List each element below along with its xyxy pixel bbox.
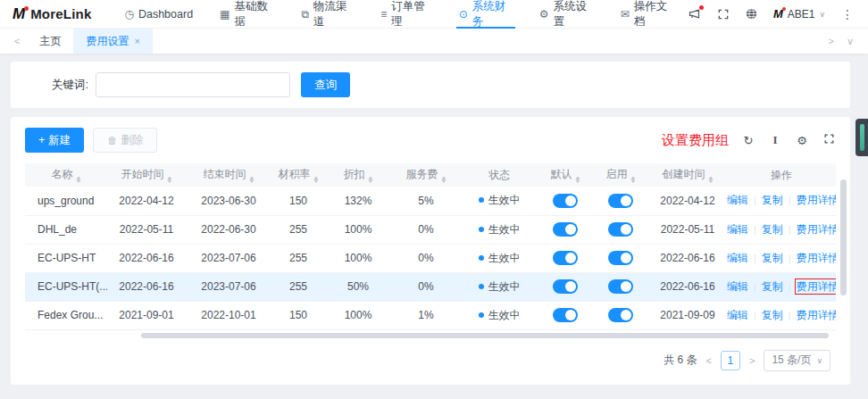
vertical-scrollbar-thumb[interactable] — [840, 179, 847, 295]
edit-link[interactable]: 编辑 — [727, 194, 748, 206]
new-button[interactable]: +新建 — [25, 128, 84, 153]
table-row[interactable]: Fedex Grou...2021-09-012022-10-01150100%… — [25, 301, 836, 329]
column-header: 操作 — [727, 163, 836, 187]
enable-toggle[interactable] — [608, 251, 633, 265]
table-row[interactable]: EC-UPS-HT(...2022-06-162023-07-0625550%0… — [25, 272, 836, 301]
column-settings-gear-icon[interactable]: ⚙ — [795, 134, 809, 147]
tab-fee-settings[interactable]: 费用设置 × — [73, 29, 152, 54]
chevron-down-icon: ∨ — [819, 10, 825, 19]
copy-link[interactable]: 复制 — [762, 280, 783, 293]
fullscreen-icon[interactable] — [716, 7, 730, 21]
sort-caret-icon[interactable]: ▲▼ — [249, 176, 255, 184]
cell-status: 生效中 — [461, 244, 538, 272]
nav-item-operation-docs[interactable]: ✉ 操作文档 — [607, 0, 688, 29]
sort-caret-icon[interactable]: ▲▼ — [575, 176, 580, 184]
enable-toggle[interactable] — [608, 222, 633, 237]
nav-item-order-management[interactable]: ≡ 订单管理 — [367, 0, 445, 29]
enable-toggle[interactable] — [608, 279, 633, 294]
copy-link[interactable]: 复制 — [762, 252, 783, 264]
default-toggle[interactable] — [553, 279, 578, 294]
column-header[interactable]: 名称▲▼ — [25, 163, 107, 187]
action-divider: | — [754, 195, 756, 205]
refresh-icon[interactable]: ↻ — [741, 134, 755, 147]
table-fullscreen-icon[interactable] — [822, 133, 836, 147]
sort-caret-icon[interactable]: ▲▼ — [313, 176, 319, 184]
keyword-input[interactable] — [96, 72, 290, 97]
fee-detail-link[interactable]: 费用详情 — [797, 252, 836, 264]
nav-item-system-settings[interactable]: ⚙ 系统设置 — [526, 0, 607, 29]
table-row[interactable]: EC-UPS-HT2022-06-162023-07-06255100%0%生效… — [25, 244, 836, 272]
nav-item-dashboard[interactable]: ◷ Dashboard — [111, 0, 206, 29]
sort-caret-icon[interactable]: ▲▼ — [630, 176, 636, 184]
table-toolbar: +新建 🗑删除 设置费用组 ↻ I ⚙ — [25, 128, 836, 153]
brand-logo[interactable]: M MoreLink — [13, 5, 91, 23]
fee-detail-link[interactable]: 费用详情 — [797, 280, 836, 293]
enable-toggle[interactable] — [608, 308, 633, 322]
column-header[interactable]: 材积率▲▼ — [271, 163, 325, 187]
enable-toggle[interactable] — [608, 194, 633, 208]
pagination: 共 6 条 < 1 > 15 条/页 ∨ — [25, 350, 836, 371]
table-row[interactable]: DHL_de2022-05-112022-06-30255100%0%生效中20… — [25, 215, 836, 244]
tab-home[interactable]: 主页 — [27, 29, 73, 54]
default-toggle[interactable] — [553, 251, 578, 265]
sort-caret-icon[interactable]: ▲▼ — [441, 176, 447, 184]
column-header[interactable]: 折扣▲▼ — [325, 163, 391, 187]
more-options-icon[interactable]: ⋮ — [839, 7, 855, 21]
status-dot-icon — [479, 227, 484, 232]
user-menu[interactable]: M ABE1 ∨ — [773, 7, 825, 21]
row-density-icon[interactable]: I — [768, 133, 782, 147]
fee-detail-link[interactable]: 费用详情 — [797, 309, 836, 321]
tabs-scroll-right-icon[interactable]: > — [829, 36, 834, 46]
announcement-icon[interactable] — [688, 7, 702, 21]
default-toggle[interactable] — [553, 308, 578, 322]
close-icon[interactable]: × — [134, 36, 139, 46]
cell-discount: 100% — [325, 244, 391, 272]
cell-created-time: 2022-06-16 — [648, 244, 727, 272]
edit-link[interactable]: 编辑 — [727, 280, 748, 293]
sort-caret-icon[interactable]: ▲▼ — [368, 176, 373, 184]
finance-icon: ⊙ — [459, 8, 468, 21]
column-header[interactable]: 默认▲▼ — [538, 163, 593, 187]
copy-link[interactable]: 复制 — [762, 223, 783, 236]
nav-item-base-data[interactable]: ▦ 基础数据 — [206, 0, 288, 29]
cell-service-fee: 5% — [391, 187, 461, 215]
sort-caret-icon[interactable]: ▲▼ — [76, 176, 81, 184]
column-header[interactable]: 启用▲▼ — [593, 163, 648, 187]
column-header[interactable]: 开始时间▲▼ — [107, 163, 186, 187]
action-divider: | — [754, 224, 756, 235]
action-divider: | — [789, 195, 791, 205]
top-nav-right: M ABE1 ∨ ⋮ — [688, 7, 859, 21]
nav-item-system-finance[interactable]: ⊙ 系统财务 — [446, 0, 526, 29]
default-toggle[interactable] — [553, 222, 578, 237]
sort-caret-icon[interactable]: ▲▼ — [708, 176, 714, 184]
delete-button[interactable]: 🗑删除 — [93, 128, 157, 153]
column-header[interactable]: 服务费▲▼ — [391, 163, 461, 187]
page-size-select[interactable]: 15 条/页 ∨ — [764, 350, 830, 371]
column-header[interactable]: 结束时间▲▼ — [186, 163, 271, 187]
set-fee-group-link[interactable]: 设置费用组 — [662, 132, 729, 149]
prev-page-icon[interactable]: < — [705, 355, 714, 366]
nav-item-logistics-channel[interactable]: ⧉ 物流渠道 — [288, 0, 367, 29]
column-header[interactable]: 创建时间▲▼ — [648, 163, 727, 187]
language-globe-icon[interactable] — [745, 7, 759, 21]
edit-link[interactable]: 编辑 — [727, 223, 748, 236]
fee-detail-link[interactable]: 费用详情 — [797, 194, 836, 206]
edit-link[interactable]: 编辑 — [727, 252, 748, 264]
tabs-scroll-left-icon[interactable]: < — [7, 36, 27, 46]
table-row[interactable]: ups_ground2022-04-122023-06-30150132%5%生… — [25, 187, 836, 215]
next-page-icon[interactable]: > — [747, 355, 756, 366]
sort-caret-icon[interactable]: ▲▼ — [167, 176, 172, 184]
page-number-1[interactable]: 1 — [721, 351, 740, 370]
tabs-collapse-icon[interactable]: ∨ — [847, 36, 854, 47]
copy-link[interactable]: 复制 — [762, 194, 783, 206]
fee-detail-link[interactable]: 费用详情 — [797, 223, 836, 236]
copy-link[interactable]: 复制 — [762, 309, 783, 321]
column-label: 启用 — [606, 168, 628, 180]
cell-end-time: 2022-10-01 — [186, 301, 271, 329]
fee-table-panel: +新建 🗑删除 设置费用组 ↻ I ⚙ 名称▲▼开始时间▲▼结束时间▲▼材积率▲… — [11, 117, 850, 385]
floating-side-widget[interactable] — [855, 119, 868, 156]
default-toggle[interactable] — [553, 194, 578, 208]
query-button[interactable]: 查询 — [301, 72, 350, 97]
horizontal-scrollbar-thumb[interactable] — [141, 333, 829, 338]
edit-link[interactable]: 编辑 — [727, 309, 748, 321]
